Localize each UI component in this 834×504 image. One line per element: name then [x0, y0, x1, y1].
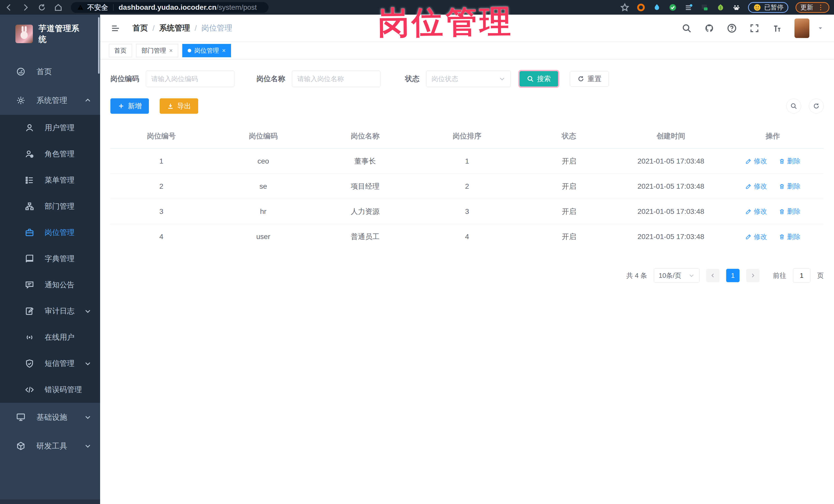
chevron-left-icon	[710, 273, 716, 278]
edit-icon	[745, 208, 752, 215]
post-code-input[interactable]	[146, 71, 234, 87]
sidebar-item-online-users[interactable]: 在线用户	[0, 324, 100, 350]
fullscreen-icon[interactable]	[749, 23, 760, 34]
sidebar-item-label: 系统管理	[37, 95, 67, 106]
status-select-placeholder: 岗位状态	[432, 74, 458, 84]
next-page-button[interactable]	[746, 269, 760, 282]
tab-departments[interactable]: 部门管理 ×	[136, 44, 178, 57]
tab-home[interactable]: 首页	[109, 44, 132, 57]
online-user-icon	[25, 332, 35, 342]
github-icon[interactable]	[704, 23, 715, 34]
security-label: 不安全	[87, 3, 108, 12]
breadcrumb-system[interactable]: 系统管理	[159, 23, 190, 34]
update-button[interactable]: 更新	[795, 2, 829, 13]
reload-icon[interactable]	[38, 3, 46, 12]
back-icon[interactable]	[5, 3, 13, 12]
delete-link[interactable]: 删除	[778, 232, 800, 241]
toggle-search-button[interactable]	[786, 98, 801, 113]
search-button[interactable]: 搜索	[520, 71, 558, 87]
dept-tree-icon	[25, 201, 35, 211]
delete-link[interactable]: 删除	[778, 157, 800, 166]
home-icon[interactable]	[54, 3, 63, 12]
search-icon[interactable]	[682, 23, 692, 34]
extension-grid-icon[interactable]	[684, 3, 693, 12]
gear-icon	[16, 95, 26, 105]
plus-icon	[117, 103, 125, 110]
sidebar-item-sms[interactable]: 短信管理	[0, 350, 100, 377]
table-row[interactable]: 3 hr 人力资源 3 开启 2021-01-05 17:03:48 修改 删除	[110, 199, 824, 224]
sidebar-scrollbar[interactable]	[98, 17, 100, 74]
sidebar-item-home[interactable]: 首页	[0, 57, 100, 86]
extension-leaf-icon[interactable]	[716, 3, 725, 12]
table-tools	[786, 98, 824, 113]
edit-label: 修改	[754, 157, 767, 166]
edit-link[interactable]: 修改	[745, 232, 767, 241]
browser-menu-kebab-icon[interactable]	[817, 4, 825, 11]
table-row[interactable]: 4 user 普通员工 4 开启 2021-01-05 17:03:48 修改 …	[110, 224, 824, 249]
forward-icon[interactable]	[21, 3, 30, 12]
chevron-down-icon	[84, 308, 91, 315]
goto-page-input[interactable]	[793, 268, 810, 283]
sidebar-item-error-codes[interactable]: 错误码管理	[0, 377, 100, 403]
post-code-label: 岗位编码	[110, 74, 139, 84]
sidebar-item-users[interactable]: 用户管理	[0, 115, 100, 141]
delete-link[interactable]: 删除	[778, 207, 800, 216]
refresh-table-button[interactable]	[809, 98, 824, 113]
extension-check-icon[interactable]	[668, 3, 677, 12]
sidebar-item-infrastructure[interactable]: 基础设施	[0, 403, 100, 432]
sidebar-item-roles[interactable]: 角色管理	[0, 141, 100, 167]
close-icon[interactable]: ×	[222, 47, 226, 54]
reset-button[interactable]: 重置	[570, 71, 609, 87]
breadcrumb-home[interactable]: 首页	[132, 23, 148, 34]
hamburger-icon[interactable]	[110, 24, 120, 33]
help-icon[interactable]	[727, 23, 737, 34]
status-select[interactable]: 岗位状态	[426, 71, 511, 87]
delete-link[interactable]: 删除	[778, 182, 800, 191]
cell-post-id: 3	[110, 207, 212, 216]
trash-icon	[778, 183, 785, 190]
url-path: /system/post	[216, 3, 257, 11]
page-number-1[interactable]: 1	[726, 269, 740, 282]
sidebar-item-menus[interactable]: 菜单管理	[0, 167, 100, 193]
post-name-input[interactable]	[292, 71, 380, 87]
cell-actions: 修改 删除	[722, 182, 824, 191]
tab-posts[interactable]: 岗位管理 ×	[182, 44, 231, 57]
sidebar-item-label: 研发工具	[37, 441, 67, 452]
sidebar-item-system[interactable]: 系统管理	[0, 86, 100, 115]
sidebar-item-posts[interactable]: 岗位管理	[0, 220, 100, 246]
sidebar-item-dictionary[interactable]: 字典管理	[0, 246, 100, 272]
extension-donut-icon[interactable]	[637, 3, 645, 12]
sidebar-item-label: 首页	[37, 66, 52, 77]
bookmark-star-icon[interactable]	[620, 3, 630, 12]
sidebar-item-departments[interactable]: 部门管理	[0, 193, 100, 220]
extensions-puzzle-icon[interactable]	[732, 3, 741, 12]
cell-post-status: 开启	[518, 232, 620, 242]
page-size-select[interactable]: 10条/页	[654, 268, 700, 283]
column-header: 岗位名称	[314, 131, 416, 141]
sidebar-item-audit-log[interactable]: 审计日志	[0, 298, 100, 324]
edit-link[interactable]: 修改	[745, 157, 767, 166]
cell-post-status: 开启	[518, 181, 620, 191]
extension-drop-icon[interactable]	[653, 3, 661, 12]
sidebar-item-notices[interactable]: 通知公告	[0, 272, 100, 298]
user-avatar[interactable]	[794, 19, 809, 38]
tab-label: 部门管理	[141, 46, 166, 55]
paused-extension-pill[interactable]: 已暂停	[748, 2, 788, 13]
chevron-down-icon[interactable]	[817, 25, 824, 31]
sidebar-item-label: 角色管理	[45, 149, 74, 159]
table-row[interactable]: 2 se 项目经理 2 开启 2021-01-05 17:03:48 修改 删除	[110, 174, 824, 199]
app-logo-row[interactable]: 芋道管理系统	[0, 20, 100, 48]
edit-link[interactable]: 修改	[745, 182, 767, 191]
sidebar-item-dev-tools[interactable]: 研发工具	[0, 432, 100, 460]
table-row[interactable]: 1 ceo 董事长 1 开启 2021-01-05 17:03:48 修改 删除	[110, 149, 824, 174]
font-size-icon[interactable]	[772, 23, 782, 34]
add-button[interactable]: 新增	[110, 98, 149, 114]
export-button[interactable]: 导出	[160, 98, 198, 114]
close-icon[interactable]: ×	[169, 47, 173, 54]
sidebar-collapse-bar[interactable]	[0, 499, 100, 504]
edit-link[interactable]: 修改	[745, 207, 767, 216]
extension-cm-icon[interactable]	[700, 3, 709, 12]
address-bar[interactable]: 不安全 dashboard.yudao.iocoder.cn/system/po…	[71, 2, 268, 13]
prev-page-button[interactable]	[706, 269, 720, 282]
rabbit-logo	[16, 25, 33, 43]
